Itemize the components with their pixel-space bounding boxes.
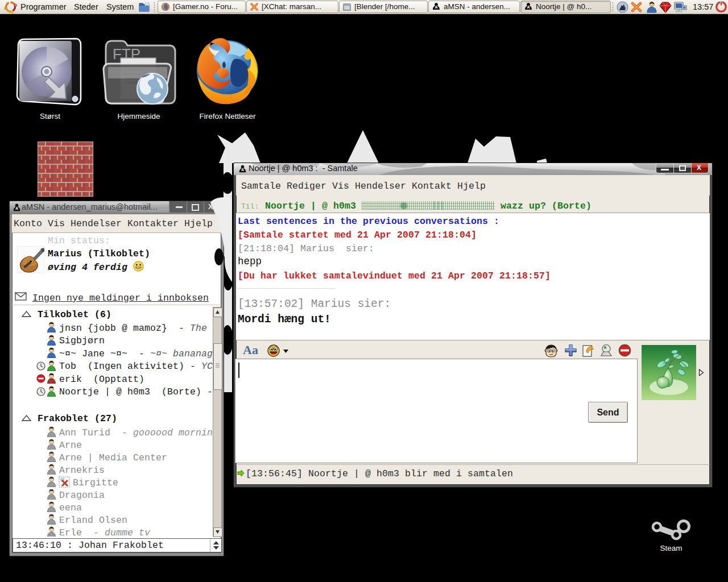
svg-text:A: A <box>15 206 18 210</box>
svg-text:A: A <box>435 5 437 9</box>
svg-text:A: A <box>241 168 244 172</box>
svg-text:A: A <box>527 5 530 9</box>
